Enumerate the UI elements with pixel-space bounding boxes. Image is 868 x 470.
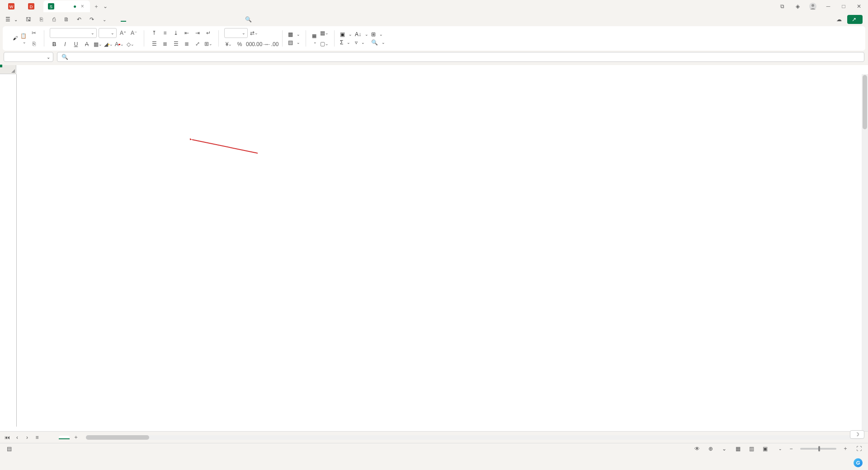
- spreadsheet-grid[interactable]: [0, 65, 868, 431]
- currency-icon[interactable]: ¥⌄: [224, 40, 233, 49]
- zoom-in-icon[interactable]: ＋: [841, 444, 850, 453]
- align-bottom-icon[interactable]: ⤓: [171, 28, 180, 38]
- new-tab-button[interactable]: ＋: [92, 3, 101, 10]
- fill-color-icon[interactable]: ◢⌄: [104, 40, 113, 49]
- status-settings-icon[interactable]: ⊕: [706, 444, 715, 453]
- print-preview-icon[interactable]: 🗎: [62, 15, 71, 24]
- cube-icon[interactable]: ◈: [792, 1, 803, 12]
- font-family-select[interactable]: ⌄: [50, 28, 97, 38]
- view-normal-icon[interactable]: ▦: [733, 444, 742, 453]
- strikethrough-icon[interactable]: A: [82, 40, 91, 49]
- view-custom-icon[interactable]: ▣: [760, 444, 769, 453]
- close-tab-button[interactable]: ×: [79, 3, 85, 9]
- add-sheet-button[interactable]: ＋: [71, 433, 80, 442]
- rows-cols-button[interactable]: ▦⌄: [288, 31, 300, 38]
- decrease-font-icon[interactable]: A⁻: [129, 28, 138, 38]
- print-icon[interactable]: ⎙: [49, 15, 58, 24]
- format-painter-button[interactable]: 🖌: [13, 35, 18, 42]
- tab-efficiency[interactable]: [226, 18, 232, 21]
- filter-button[interactable]: ▿⌄: [355, 39, 368, 46]
- number-format-select[interactable]: ⌄: [224, 28, 248, 38]
- share-button[interactable]: ↗: [847, 15, 863, 24]
- justify-icon[interactable]: ≣: [182, 39, 191, 48]
- cell-style-icon[interactable]: ▢⌄: [320, 39, 329, 48]
- merge-cells-button[interactable]: ⊞⌄: [204, 39, 213, 48]
- orientation-icon[interactable]: ⤢: [193, 39, 202, 48]
- qat-more-icon[interactable]: ⌄: [100, 15, 109, 24]
- sort-button[interactable]: A↓⌄: [355, 31, 368, 38]
- worksheet-button[interactable]: ▤⌄: [288, 39, 300, 46]
- sheet-tab[interactable]: [46, 436, 57, 439]
- search-icon[interactable]: 🔍: [244, 15, 253, 24]
- app-menu-icon[interactable]: ☰: [5, 16, 10, 23]
- conditional-format-button[interactable]: ▦ ⌄: [311, 33, 317, 44]
- redo-icon[interactable]: ↷: [87, 15, 96, 24]
- tab-view[interactable]: [191, 18, 197, 21]
- name-box[interactable]: ⌄: [4, 52, 53, 62]
- sheet-nav-next-icon[interactable]: ›: [23, 433, 32, 442]
- tab-list-button[interactable]: ⌄: [101, 3, 110, 9]
- font-size-select[interactable]: ⌄: [99, 28, 117, 38]
- window-snap-icon[interactable]: ⧉: [777, 1, 788, 12]
- fill-button[interactable]: ▣⌄: [340, 31, 352, 38]
- cloud-sync-icon[interactable]: ☁: [835, 15, 844, 24]
- horizontal-scrollbar[interactable]: [86, 435, 862, 440]
- align-right-icon[interactable]: ☰: [171, 39, 180, 48]
- increase-decimal-icon[interactable]: .00→: [257, 40, 266, 49]
- sheet-tab-active[interactable]: [59, 436, 70, 439]
- formula-input[interactable]: 🔍: [57, 52, 864, 62]
- zoom-out-icon[interactable]: −: [787, 444, 796, 453]
- tab-home[interactable]: [121, 17, 126, 22]
- document-tab[interactable]: S ● ×: [43, 0, 90, 12]
- app-tab-templates[interactable]: D: [24, 0, 42, 12]
- avatar-icon[interactable]: [807, 1, 818, 12]
- underline-icon[interactable]: U: [71, 40, 80, 49]
- font-color-icon[interactable]: A⌄: [115, 40, 124, 49]
- close-window-button[interactable]: ✕: [854, 1, 864, 12]
- decrease-decimal-icon[interactable]: ←.00: [268, 40, 277, 49]
- align-center-icon[interactable]: ≣: [160, 39, 170, 48]
- tab-member[interactable]: [215, 18, 220, 21]
- align-left-icon[interactable]: ☰: [150, 39, 159, 48]
- vertical-scrollbar[interactable]: [862, 74, 868, 431]
- sheet-nav-first-icon[interactable]: ⏮: [3, 433, 12, 442]
- tab-review[interactable]: [179, 18, 185, 21]
- wrap-text-button[interactable]: ↵: [204, 28, 213, 38]
- zoom-fx-icon[interactable]: 🔍: [60, 52, 69, 61]
- percent-icon[interactable]: %: [235, 40, 244, 49]
- italic-icon[interactable]: I: [61, 40, 70, 49]
- undo-icon[interactable]: ↶: [75, 15, 84, 24]
- comma-style-icon[interactable]: 000: [246, 40, 255, 49]
- minimize-button[interactable]: ─: [823, 1, 834, 12]
- maximize-button[interactable]: □: [838, 1, 849, 12]
- copy-icon[interactable]: ⎘: [29, 39, 38, 48]
- save-icon[interactable]: 🖫: [24, 15, 33, 24]
- tab-formula[interactable]: [156, 18, 161, 21]
- status-sheet-icon[interactable]: ▤: [5, 444, 14, 453]
- increase-font-icon[interactable]: A⁺: [118, 28, 127, 38]
- tab-insert[interactable]: [132, 18, 138, 21]
- eye-icon[interactable]: 👁: [693, 444, 702, 453]
- decrease-indent-icon[interactable]: ⇤: [182, 28, 191, 38]
- increase-indent-icon[interactable]: ⇥: [193, 28, 202, 38]
- status-more-icon[interactable]: ⌄: [720, 444, 729, 453]
- tab-data[interactable]: [168, 18, 173, 21]
- convert-button[interactable]: ⇄⌄: [250, 28, 259, 38]
- highlight-icon[interactable]: ◇⌄: [126, 40, 135, 49]
- table-style-icon[interactable]: ▦⌄: [320, 28, 329, 38]
- find-button[interactable]: 🔍⌄: [371, 39, 385, 46]
- sheet-nav-prev-icon[interactable]: ‹: [13, 433, 22, 442]
- fullscreen-icon[interactable]: ⛶: [854, 444, 863, 453]
- export-icon[interactable]: ⎘: [37, 15, 46, 24]
- cut-icon[interactable]: ✂: [29, 28, 38, 38]
- ime-indicator[interactable]: ☽: [850, 430, 864, 439]
- paste-button[interactable]: 📋 ⌄: [20, 33, 27, 44]
- zoom-slider[interactable]: [800, 448, 836, 450]
- align-middle-icon[interactable]: ≡: [160, 28, 170, 38]
- tab-tools[interactable]: [203, 18, 208, 21]
- sheet-list-icon[interactable]: ≡: [33, 433, 42, 442]
- freeze-button[interactable]: ⊞⌄: [371, 31, 385, 38]
- select-all-corner[interactable]: [0, 65, 16, 74]
- app-tab-wps[interactable]: W: [4, 0, 22, 12]
- view-page-icon[interactable]: ▥: [747, 444, 756, 453]
